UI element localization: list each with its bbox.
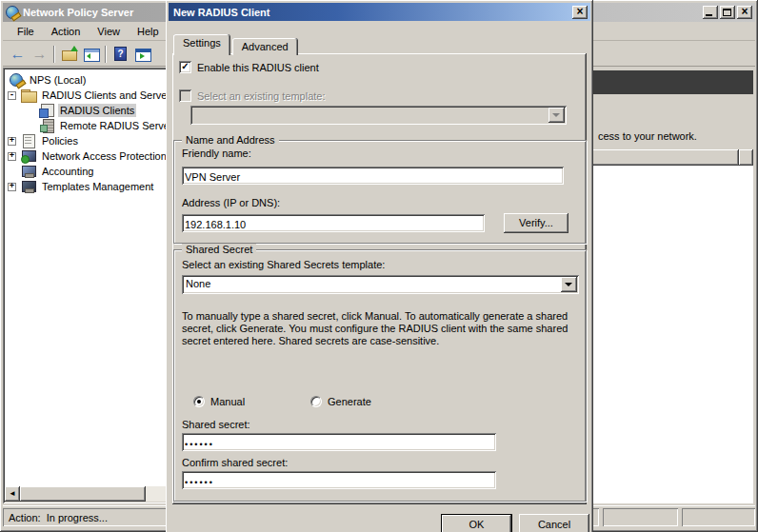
up-one-level-folder-button[interactable] <box>58 44 80 65</box>
remote-radius-servers-icon <box>39 118 54 133</box>
tree-item-label: Remote RADIUS Servers <box>58 119 180 132</box>
status-panel <box>682 508 755 526</box>
enable-client-label: Enable this RADIUS client <box>197 62 319 73</box>
tree-item-label: Templates Management <box>40 180 155 193</box>
tree-item-label: Network Access Protection <box>40 149 169 163</box>
address-label: Address (IP or DNS): <box>182 197 280 208</box>
scroll-left-button[interactable]: ◄ <box>5 486 20 502</box>
address-input[interactable] <box>182 214 485 232</box>
dialog-close-icon: × <box>572 6 588 17</box>
menu-help[interactable]: Help <box>129 24 168 39</box>
shared-secret-template-label: Select an existing Shared Secrets templa… <box>182 259 385 270</box>
existing-template-label: Select an existing template: <box>197 90 326 102</box>
back-arrow-button[interactable]: ← <box>7 44 29 65</box>
pane-description-text: cess to your network. <box>598 130 697 142</box>
friendly-name-input[interactable] <box>182 167 564 185</box>
dialog-tabstrip: Settings Advanced <box>173 34 298 55</box>
accounting-computer-icon <box>21 164 36 179</box>
tab-advanced[interactable]: Advanced <box>232 38 298 55</box>
status-panel <box>603 508 678 526</box>
show-console-tree-button[interactable] <box>80 44 102 65</box>
status-action-text: Action: In progress... <box>9 512 108 523</box>
maximize-button[interactable] <box>720 6 735 19</box>
cancel-button[interactable]: Cancel <box>519 514 589 532</box>
folder-icon <box>21 88 36 103</box>
window-controls: × <box>703 6 752 19</box>
menu-action[interactable]: Action <box>43 24 90 39</box>
close-icon: × <box>737 6 752 17</box>
help-icon: ? <box>114 47 127 61</box>
dropdown-arrow-icon[interactable] <box>561 277 577 292</box>
existing-template-combobox-value <box>190 106 547 125</box>
scrollbar-thumb[interactable] <box>20 486 146 502</box>
policies-scroll-icon <box>21 133 36 148</box>
tree-item-label: Accounting <box>40 165 95 178</box>
enable-client-row: ✓ Enable this RADIUS client <box>179 61 319 73</box>
shared-secret-group: Shared Secret Select an existing Shared … <box>173 249 587 502</box>
toolbar-separator <box>105 46 107 63</box>
shared-secret-template-combobox[interactable]: None <box>182 275 579 294</box>
name-and-address-group-title: Name and Address <box>182 134 279 146</box>
generate-radio-row: Generate <box>310 396 371 407</box>
maximize-icon <box>723 9 731 16</box>
generate-radio-label: Generate <box>328 396 371 407</box>
help-button[interactable]: ? <box>110 44 131 65</box>
nps-globe-icon <box>10 73 23 87</box>
close-button[interactable]: × <box>737 6 752 19</box>
new-radius-client-dialog: New RADIUS Client × Settings Advanced ✓ … <box>166 0 593 532</box>
forward-arrow-icon: → <box>31 46 49 63</box>
name-and-address-group: Name and Address Friendly name: Address … <box>173 140 587 244</box>
shared-secret-group-title: Shared Secret <box>182 244 256 255</box>
dialog-close-button[interactable]: × <box>572 6 588 19</box>
existing-template-combobox[interactable] <box>190 106 567 125</box>
expand-icon[interactable]: + <box>8 183 16 191</box>
collapse-icon[interactable]: - <box>8 91 16 100</box>
existing-template-checkbox[interactable] <box>179 89 191 102</box>
show-console-tree-icon <box>83 46 100 63</box>
templates-monitor-icon <box>21 179 36 194</box>
minimize-button[interactable] <box>703 6 718 19</box>
nps-app-icon <box>6 6 19 19</box>
new-window-button[interactable] <box>131 44 153 65</box>
expand-icon[interactable]: + <box>8 137 16 146</box>
tree-item-label: NPS (Local) <box>28 73 88 87</box>
friendly-name-label: Friendly name: <box>182 148 251 159</box>
tree-item-label: RADIUS Clients <box>58 104 136 117</box>
console-title: Network Policy Server <box>23 7 133 18</box>
manual-radio[interactable] <box>193 396 205 407</box>
expand-icon[interactable]: + <box>8 152 16 161</box>
dialog-title: New RADIUS Client <box>173 7 269 18</box>
ok-button[interactable]: OK <box>441 514 512 532</box>
toolbar-separator <box>53 46 55 63</box>
dialog-titlebar[interactable]: New RADIUS Client × <box>169 3 590 21</box>
existing-template-row: Select an existing template: <box>179 89 326 102</box>
radius-clients-icon <box>39 103 54 118</box>
tree-item-label: RADIUS Clients and Servers <box>40 89 178 102</box>
screen: Network Policy Server × FileActionViewHe… <box>0 0 758 532</box>
menu-file[interactable]: File <box>9 24 43 39</box>
forward-arrow-button[interactable]: → <box>29 44 50 65</box>
verify-button[interactable]: Verify... <box>504 213 568 233</box>
nap-computer-icon <box>21 148 36 164</box>
list-column-header-2[interactable] <box>739 149 753 166</box>
confirm-shared-secret-input[interactable] <box>182 471 496 489</box>
confirm-shared-secret-label: Confirm shared secret: <box>182 457 288 468</box>
shared-secret-template-value: None <box>182 275 559 294</box>
shared-secret-label: Shared secret: <box>182 419 250 430</box>
manual-radio-row: Manual <box>193 396 245 407</box>
menu-view[interactable]: View <box>89 24 129 39</box>
up-one-level-folder-icon <box>61 46 78 63</box>
tree-item-label: Policies <box>40 134 80 148</box>
minimize-icon <box>706 14 712 16</box>
tab-settings[interactable]: Settings <box>173 34 230 55</box>
generate-radio[interactable] <box>310 396 322 407</box>
back-arrow-icon: ← <box>10 46 27 63</box>
shared-secret-input[interactable] <box>182 433 496 451</box>
manual-radio-label: Manual <box>210 396 245 407</box>
enable-client-checkbox[interactable]: ✓ <box>179 61 191 73</box>
dropdown-arrow-icon[interactable] <box>549 108 565 123</box>
shared-secret-description: To manually type a shared secret, click … <box>182 310 576 347</box>
new-window-icon <box>134 46 151 63</box>
